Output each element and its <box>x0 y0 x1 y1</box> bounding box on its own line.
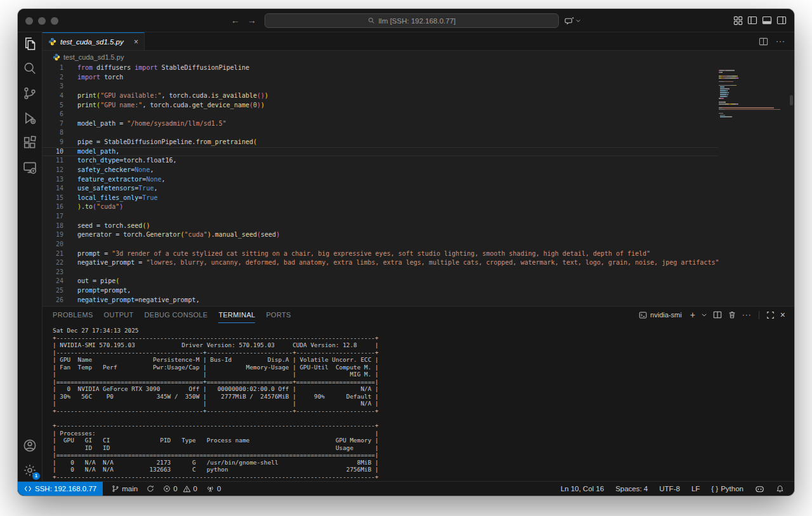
status-bar: SSH: 192.168.0.77 main 0 <box>18 481 794 496</box>
encoding[interactable]: UTF-8 <box>655 485 684 493</box>
panel-tab-problems[interactable]: PROBLEMS <box>53 307 93 323</box>
code-lines: 1from diffusers import StableDiffusionPi… <box>43 63 718 305</box>
files-icon[interactable] <box>22 36 37 51</box>
terminal-lines: Sat Dec 27 17:34:13 2025+---------------… <box>53 327 794 480</box>
code-line[interactable]: 16).to("cuda") <box>43 202 718 212</box>
cursor-position[interactable]: Ln 10, Col 16 <box>557 485 608 493</box>
code-line[interactable]: 23 <box>43 268 718 277</box>
terminal-line: |=======================================… <box>53 451 794 459</box>
code-line[interactable]: 24out = pipe( <box>43 277 718 286</box>
python-file-icon <box>48 37 56 46</box>
settings-gear-icon[interactable]: 1 <box>22 463 37 478</box>
terminal-output[interactable]: Sat Dec 27 17:34:13 2025+---------------… <box>43 323 794 484</box>
tab-test-cuda-sd15[interactable]: test_cuda_sd1.5.py × <box>43 32 145 50</box>
maximize-panel-icon[interactable] <box>766 311 775 319</box>
branch-status[interactable]: main <box>108 485 141 493</box>
code-line[interactable]: 8 <box>43 128 718 138</box>
code-line[interactable]: 5print("GPU name:", torch.cuda.get_devic… <box>43 101 718 110</box>
code-line[interactable]: 10 model_path, <box>43 147 718 157</box>
code-line[interactable]: 19generator = torch.Generator("cuda").ma… <box>43 230 718 240</box>
split-editor-icon[interactable] <box>759 37 768 46</box>
code-line[interactable]: 11 torch_dtype=torch.float16, <box>43 156 718 166</box>
terminal-icon <box>639 311 647 319</box>
code-line[interactable]: 15 local_files_only=True <box>43 194 718 203</box>
code-line[interactable]: 9pipe = StableDiffusionPipeline.from_pre… <box>43 138 718 147</box>
editor-scrollbar[interactable] <box>790 95 793 105</box>
code-line[interactable]: 17 <box>43 212 718 222</box>
panel-tab-debug-console[interactable]: DEBUG CONSOLE <box>145 307 208 323</box>
language-mode[interactable]: { } Python <box>707 485 747 493</box>
indentation[interactable]: Spaces: 4 <box>612 485 652 493</box>
code-line[interactable]: 3 <box>43 82 718 91</box>
code-line[interactable]: 20 <box>43 240 718 249</box>
code-line[interactable]: 12 safety_checker=None, <box>43 166 718 175</box>
code-line[interactable]: 26 negative_prompt=negative_prompt, <box>43 296 718 305</box>
source-control-icon[interactable] <box>22 86 37 101</box>
chevron-down-icon[interactable] <box>701 312 707 318</box>
code-line[interactable]: 1from diffusers import StableDiffusionPi… <box>43 63 718 73</box>
remote-explorer-icon[interactable] <box>22 160 37 175</box>
remote-indicator[interactable]: SSH: 192.168.0.77 <box>18 482 103 496</box>
breadcrumb[interactable]: test_cuda_sd1.5.py <box>43 51 794 63</box>
panel-tabs: PROBLEMSOUTPUTDEBUG CONSOLETERMINALPORTS <box>53 307 291 323</box>
more-actions-icon[interactable]: ··· <box>776 37 785 45</box>
split-terminal-icon[interactable] <box>713 310 722 319</box>
ports-status[interactable]: 0 <box>203 485 224 493</box>
terminal-line: | GPU Name Persistence-M | Bus-Id Disp.A… <box>53 356 794 364</box>
terminal-line: | ID ID Usage | <box>53 444 794 452</box>
terminal-line: | Fan Temp Perf Pwr:Usage/Cap | Memory-U… <box>53 364 794 371</box>
terminal-line: | NVIDIA-SMI 570.195.03 Driver Version: … <box>53 341 794 349</box>
code-line[interactable]: 2import torch <box>43 73 718 83</box>
terminal-line: |=======================================… <box>53 378 794 386</box>
code-line[interactable]: 25 prompt=prompt, <box>43 286 718 296</box>
code-line[interactable]: 21prompt = "3d render of a cute stylized… <box>43 249 718 259</box>
code-line[interactable]: 22negative_prompt = "lowres, blurry, unc… <box>43 258 718 268</box>
nav-back-button[interactable]: ← <box>231 15 240 25</box>
search-icon[interactable] <box>22 61 37 76</box>
code-line[interactable]: 7model_path = "/home/sysadmin/llm/sd1.5" <box>43 119 718 129</box>
extensions-icon[interactable] <box>22 135 37 150</box>
close-window-button[interactable] <box>25 17 33 25</box>
eol-sequence[interactable]: LF <box>688 485 704 493</box>
run-debug-icon[interactable] <box>22 110 37 126</box>
new-terminal-icon[interactable]: + <box>690 310 695 319</box>
warning-count: 0 <box>193 485 197 493</box>
code-line[interactable]: 18seed = torch.seed() <box>43 222 718 231</box>
copilot-icon[interactable] <box>751 484 768 494</box>
minimap[interactable] <box>719 70 787 118</box>
code-line[interactable]: 6 <box>43 110 718 119</box>
problems-status[interactable]: 0 0 <box>160 485 200 493</box>
warning-icon <box>183 485 191 493</box>
error-count: 0 <box>173 485 177 493</box>
close-panel-icon[interactable]: × <box>780 310 785 319</box>
zoom-window-button[interactable] <box>51 17 58 25</box>
terminal-line: | | | MIG M. | <box>53 371 794 378</box>
copilot-chat-icon[interactable] <box>565 16 574 25</box>
code-line[interactable]: 14 use_safetensors=True, <box>43 184 718 194</box>
toggle-secondary-sidebar-icon[interactable] <box>776 15 787 25</box>
customize-layout-icon[interactable] <box>733 16 743 25</box>
terminal-line: Sat Dec 27 17:34:13 2025 <box>53 327 794 334</box>
terminal-name[interactable]: nvidia-smi <box>650 311 682 319</box>
command-center[interactable]: llm [SSH: 192.168.0.77] <box>265 13 559 28</box>
account-icon[interactable] <box>22 438 37 453</box>
close-tab-icon[interactable]: × <box>134 37 138 46</box>
more-actions-icon[interactable]: ··· <box>742 311 752 319</box>
editor-tab-bar: test_cuda_sd1.5.py × ··· <box>43 32 794 51</box>
panel-tab-terminal[interactable]: TERMINAL <box>218 307 255 323</box>
toggle-primary-sidebar-icon[interactable] <box>747 15 757 25</box>
code-line[interactable]: 4print("GPU available:", torch.cuda.is_a… <box>43 91 718 101</box>
bell-icon[interactable] <box>772 485 788 493</box>
minimize-window-button[interactable] <box>38 17 46 25</box>
chevron-down-icon[interactable] <box>575 18 581 23</box>
sync-status[interactable] <box>143 485 157 493</box>
error-icon <box>163 485 171 493</box>
code-line[interactable]: 13 feature_extractor=None, <box>43 175 718 185</box>
nav-forward-button[interactable]: → <box>247 15 256 25</box>
panel-tab-ports[interactable]: PORTS <box>266 307 291 323</box>
panel-tab-output[interactable]: OUTPUT <box>104 307 134 323</box>
remote-label: SSH: 192.168.0.77 <box>35 485 96 493</box>
trash-icon[interactable] <box>728 310 737 319</box>
code-editor[interactable]: 1from diffusers import StableDiffusionPi… <box>43 63 794 306</box>
toggle-panel-icon[interactable] <box>762 15 772 25</box>
